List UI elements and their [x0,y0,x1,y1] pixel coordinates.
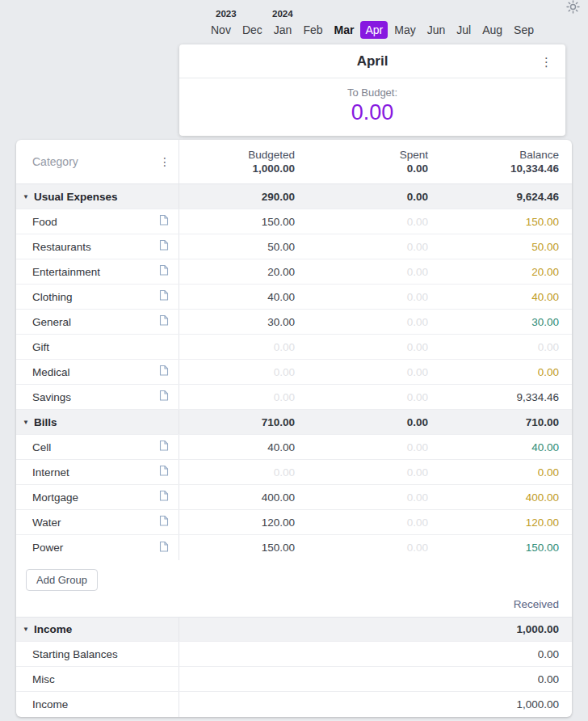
spent-value: 0.00 [295,491,428,504]
category-name-cell[interactable]: Water [16,510,179,534]
category-name-cell[interactable]: Restaurants [16,234,179,259]
sun-icon[interactable] [566,0,580,16]
year-label-2024: 2024 [272,9,293,19]
category-name-cell[interactable]: Gift [16,335,179,359]
category-name: Medical [32,366,70,378]
card-body: To Budget: 0.00 [179,78,565,125]
budgeted-value[interactable]: 0.00 [179,466,295,479]
budgeted-value[interactable]: 120.00 [179,517,295,529]
budgeted-value[interactable]: 0.00 [179,391,295,403]
month-nov[interactable]: Nov [206,21,236,39]
category-name-cell[interactable]: Food [16,209,179,234]
month-dec[interactable]: Dec [237,21,267,39]
month-sep[interactable]: Sep [509,21,539,39]
category-name: Power [32,542,63,554]
month-jan[interactable]: Jan [269,21,297,39]
group-name-cell: ▼Income [16,618,179,641]
note-icon[interactable] [159,466,169,479]
budgeted-value[interactable]: 40.00 [179,441,295,453]
budgeted-value[interactable]: 0.00 [179,366,295,378]
income-rows: ▼Income1,000.00Starting Balances0.00Misc… [16,617,572,717]
triangle-down-icon[interactable]: ▼ [23,193,29,200]
balance-value: 0.00 [428,466,572,479]
category-name-cell[interactable]: Medical [16,360,179,384]
month-aug[interactable]: Aug [477,21,507,39]
note-icon[interactable] [159,365,169,379]
note-icon[interactable] [159,491,169,504]
note-icon[interactable] [159,390,169,404]
category-name-cell[interactable]: Internet [16,460,179,484]
spent-value: 0.00 [295,241,428,253]
month-may[interactable]: May [389,21,420,39]
note-icon[interactable] [159,315,169,329]
expense-rows: ▼Usual Expenses290.000.009,624.46Food150… [16,184,572,560]
category-row-medical: Medical0.000.000.00 [16,360,572,385]
to-budget-value[interactable]: 0.00 [179,100,565,125]
category-header-label: Category [32,155,78,168]
triangle-down-icon[interactable]: ▼ [23,626,29,633]
category-name: Clothing [32,291,73,303]
category-values: 120.000.00120.00 [179,510,572,534]
month-jun[interactable]: Jun [422,21,451,39]
month-apr[interactable]: Apr [360,21,388,39]
category-name-cell[interactable]: Income [16,692,179,717]
category-name-cell[interactable]: Power [16,535,179,560]
budgeted-column-header[interactable]: Budgeted 1,000.00 [179,149,295,175]
group-values: 710.000.00710.00 [179,410,572,434]
balance-column-header[interactable]: Balance 10,334.46 [428,149,572,175]
kebab-menu-icon[interactable]: ⋮ [537,53,556,69]
category-name-cell[interactable]: General [16,310,179,334]
month-mar[interactable]: Mar [330,21,359,39]
category-values: 30.000.0030.00 [179,310,572,334]
totals-header: Budgeted 1,000.00 Spent 0.00 Balance 10,… [179,140,572,183]
category-name: Mortgage [32,491,78,504]
month-feb[interactable]: Feb [298,21,327,39]
budgeted-value[interactable]: 400.00 [179,491,295,504]
budgeted-value[interactable]: 150.00 [179,542,295,554]
note-icon[interactable] [159,265,169,279]
note-icon[interactable] [159,290,169,304]
balance-label: Balance [428,149,559,161]
spent-value: 0.00 [295,441,428,453]
balance-value: 30.00 [428,316,572,328]
budgeted-value[interactable]: 0.00 [179,341,295,353]
spent-value: 0.00 [295,366,428,378]
budgeted-value[interactable]: 150.00 [179,216,295,228]
note-icon[interactable] [159,215,169,229]
month-title: April [357,53,388,70]
spent-value: 0.00 [295,466,428,479]
budgeted-value[interactable]: 50.00 [179,241,295,253]
category-name-cell[interactable]: Mortgage [16,485,179,509]
note-icon[interactable] [159,516,169,529]
note-icon[interactable] [159,541,169,554]
triangle-down-icon[interactable]: ▼ [23,419,29,426]
kebab-menu-icon[interactable]: ⋮ [159,155,170,168]
to-budget-label: To Budget: [179,86,565,99]
table-header: Category ⋮ Budgeted 1,000.00 Spent 0.00 … [16,140,572,184]
note-icon[interactable] [159,240,169,254]
category-name-cell[interactable]: Misc [16,667,179,691]
category-name-cell[interactable]: Savings [16,385,179,409]
category-name-cell[interactable]: Cell [16,435,179,459]
budgeted-value[interactable]: 30.00 [179,316,295,328]
group-row-income[interactable]: ▼Income1,000.00 [16,617,572,642]
group-row-bills[interactable]: ▼Bills710.000.00710.00 [16,410,572,435]
budgeted-value: 710.00 [179,416,295,428]
category-row-restaurants: Restaurants50.000.0050.00 [16,234,572,259]
group-row-usual-expenses[interactable]: ▼Usual Expenses290.000.009,624.46 [16,184,572,209]
note-icon[interactable] [159,441,169,454]
category-name-cell[interactable]: Clothing [16,285,179,309]
add-group-button[interactable]: Add Group [26,569,98,591]
budgeted-total: 1,000.00 [179,162,295,175]
category-name: Gift [32,341,49,353]
group-values: 290.000.009,624.46 [179,184,572,209]
budgeted-label: Budgeted [179,149,295,161]
category-name-cell[interactable]: Entertainment [16,259,179,284]
balance-value: 9,624.46 [428,191,572,203]
budgeted-value[interactable]: 20.00 [179,266,295,278]
month-jul[interactable]: Jul [452,21,476,39]
spent-column-header[interactable]: Spent 0.00 [295,149,428,175]
category-name-cell[interactable]: Starting Balances [16,642,179,666]
category-values: 400.000.00400.00 [179,485,572,509]
budgeted-value[interactable]: 40.00 [179,291,295,303]
